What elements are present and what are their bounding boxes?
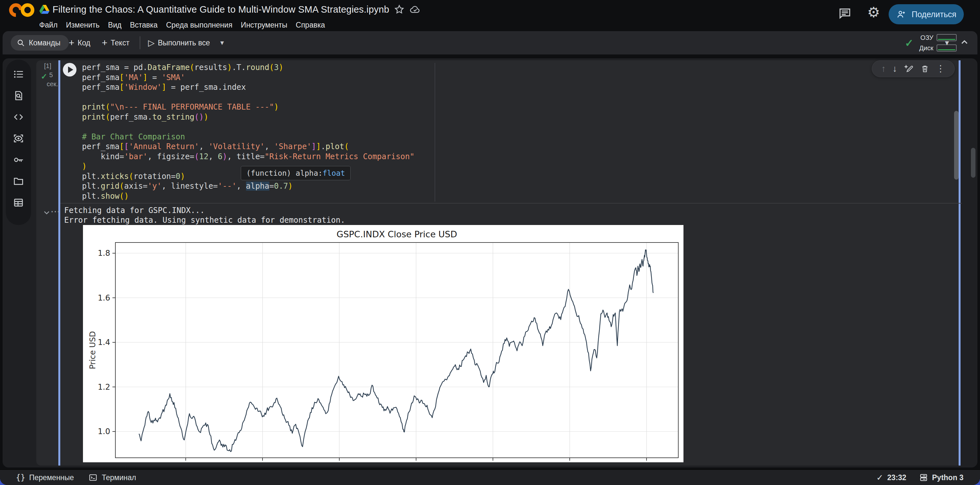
matplotlib-figure: 1.01.21.41.61.8GSPC.INDX Close Price USD… xyxy=(83,225,684,462)
disk-label: Диск xyxy=(916,45,933,52)
run-all-play-icon: ▷ xyxy=(148,38,154,48)
menu-item-3[interactable]: Вид xyxy=(104,19,126,31)
menu-item-2[interactable]: Изменить xyxy=(62,19,104,31)
ram-label: ОЗУ xyxy=(916,34,933,41)
code-line xyxy=(82,93,415,102)
menu-item-7[interactable]: Справка xyxy=(292,19,329,31)
code-snippets-icon[interactable] xyxy=(13,112,24,123)
add-text-cell-button[interactable]: + Текст xyxy=(102,35,129,51)
header: Filtering the Chaos: A Quantitative Guid… xyxy=(0,0,980,31)
code-line: perf_sma = pd.DataFrame(results).T.round… xyxy=(82,62,415,73)
left-sidebar xyxy=(6,60,31,225)
more-options-kebab-icon[interactable]: ⋮ xyxy=(936,64,945,73)
data-table-icon[interactable] xyxy=(13,197,24,208)
editor-boundary-divider xyxy=(434,63,435,202)
settings-gear-icon[interactable]: ⚙ xyxy=(867,4,880,21)
run-all-label: Выполнить все xyxy=(158,38,210,47)
move-cell-up-icon[interactable]: ↑ xyxy=(881,64,886,73)
kernel-selector[interactable]: Python 3 xyxy=(919,470,964,485)
notebook-scrollbar-thumb[interactable] xyxy=(954,111,959,180)
check-icon: ✓ xyxy=(876,473,883,483)
execution-success-check-icon: ✓ xyxy=(41,72,47,81)
colab-window: Filtering the Chaos: A Quantitative Guid… xyxy=(0,0,980,485)
toolbar: Команды + Код + Текст ▷ Выполнить все ▾ … xyxy=(3,31,977,54)
last-run-time: 23:32 xyxy=(887,473,907,482)
command-palette-label: Команды xyxy=(29,38,60,47)
person-add-icon xyxy=(896,10,907,19)
toolbar-divider xyxy=(140,36,140,49)
run-all-dropdown-icon[interactable]: ▾ xyxy=(220,38,224,47)
y-tick-label: 1.4 xyxy=(98,338,110,347)
variables-label: Переменные xyxy=(29,473,74,482)
menu-item-4[interactable]: Вставка xyxy=(126,19,162,31)
terminal-icon xyxy=(88,473,98,482)
search-icon xyxy=(16,38,25,47)
comments-icon[interactable] xyxy=(838,6,852,20)
code-line: kind='bar', figsize=(12, 6), title="Risk… xyxy=(82,152,415,162)
move-cell-down-icon[interactable]: ↓ xyxy=(892,64,897,73)
command-palette-button[interactable]: Команды xyxy=(11,35,69,51)
y-tick-label: 1.2 xyxy=(98,383,110,392)
cloud-saved-icon[interactable] xyxy=(409,4,421,15)
share-button[interactable]: Поделиться xyxy=(889,4,964,24)
scan-eye-icon[interactable] xyxy=(13,133,24,144)
execution-count: [1] xyxy=(44,62,51,70)
code-line: plt.grid(axis='y', linestyle='--', alpha… xyxy=(82,181,415,191)
y-tick-label: 1.8 xyxy=(98,249,110,258)
code-output-divider xyxy=(60,203,962,204)
collapse-output-chevron-icon[interactable] xyxy=(42,208,51,217)
menu-item-5[interactable]: Среда выполнения xyxy=(162,19,237,31)
code-line xyxy=(82,122,415,132)
plus-icon: + xyxy=(102,38,108,48)
add-code-cell-button[interactable]: + Код xyxy=(69,35,91,51)
output-line: Fetching data for GSPC.INDX... xyxy=(64,206,205,215)
notebook-area: [1] ✓ 5 сек. perf_sma = pd.DataFrame(res… xyxy=(3,58,977,467)
output-log: Fetching data for GSPC.INDX... Error fet… xyxy=(64,206,345,225)
menu-item-6[interactable]: Инструменты xyxy=(237,19,291,31)
plus-icon: + xyxy=(69,38,75,48)
terminal-label: Терминал xyxy=(102,473,136,482)
runtime-rack-icon xyxy=(919,473,928,482)
star-icon[interactable] xyxy=(394,4,405,15)
last-run-status: ✓ 23:32 xyxy=(876,470,907,485)
kernel-label: Python 3 xyxy=(932,473,964,482)
files-folder-icon[interactable] xyxy=(13,176,24,187)
chart-title: GSPC.INDX Close Price USD xyxy=(336,229,457,239)
ai-edit-pencil-icon[interactable] xyxy=(904,64,913,73)
cell-focus-border-left xyxy=(58,60,60,466)
code-line: # Bar Chart Comparison xyxy=(82,132,415,142)
y-tick-label: 1.0 xyxy=(98,427,110,436)
table-of-contents-icon[interactable] xyxy=(13,69,24,80)
cell-toolbar: ↑ ↓ ⋮ xyxy=(872,60,955,77)
delete-cell-trash-icon[interactable] xyxy=(920,64,929,73)
terminal-button[interactable]: Терминал xyxy=(88,470,136,485)
execution-time-value: 5 xyxy=(49,71,53,79)
code-line: perf_sma['MA'] = 'SMA' xyxy=(82,73,415,83)
run-all-button[interactable]: ▷ Выполнить все ▾ xyxy=(148,35,224,51)
add-text-label: Текст xyxy=(111,38,130,47)
find-in-document-icon[interactable] xyxy=(13,90,24,101)
signature-tooltip: (function) alpha: float xyxy=(241,166,351,180)
share-label: Поделиться xyxy=(912,10,956,19)
collapse-toolbar-icon[interactable] xyxy=(959,37,970,47)
tooltip-text: (function) alpha: xyxy=(246,169,323,177)
code-cell[interactable]: [1] ✓ 5 сек. perf_sma = pd.DataFrame(res… xyxy=(36,60,961,466)
notebook-title[interactable]: Filtering the Chaos: A Quantitative Guid… xyxy=(52,4,389,15)
variables-button[interactable]: {} Переменные xyxy=(16,470,74,485)
resources-dropdown-icon[interactable]: ▾ xyxy=(945,38,949,47)
y-tick-label: 1.6 xyxy=(98,294,110,303)
colab-logo-icon[interactable] xyxy=(9,3,35,18)
colab-logo-ring-right xyxy=(21,3,34,17)
resource-monitor[interactable]: ОЗУ Диск xyxy=(916,32,957,53)
page-scrollbar-thumb[interactable] xyxy=(971,148,975,178)
cell-focus-border-right xyxy=(959,60,961,466)
secrets-key-icon[interactable] xyxy=(13,154,24,165)
line-chart: 1.01.21.41.61.8GSPC.INDX Close Price USD… xyxy=(83,225,684,462)
menu-item-1[interactable]: Файл xyxy=(35,19,62,31)
code-line: plt.show() xyxy=(82,191,415,201)
braces-icon: {} xyxy=(16,473,25,482)
output-options-ellipsis-icon[interactable]: ⋯ xyxy=(51,206,61,217)
code-line: perf_sma[['Annual Return', 'Volatility',… xyxy=(82,142,415,152)
run-cell-button[interactable] xyxy=(63,63,76,77)
price-line-series xyxy=(139,250,653,451)
